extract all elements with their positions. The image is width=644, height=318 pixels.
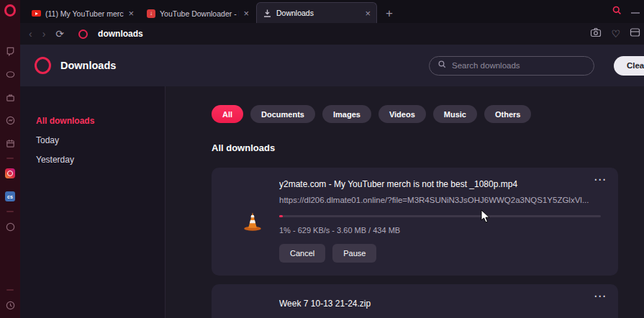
- cancel-button[interactable]: Cancel: [279, 244, 325, 263]
- yt-downloader-icon: ↓: [147, 9, 155, 18]
- search-icon: [437, 59, 447, 72]
- tab-label: YouTube Downloader - Dow: [160, 9, 239, 18]
- rail-separator: [6, 158, 14, 159]
- rail-separator: [6, 289, 14, 291]
- close-icon[interactable]: ×: [243, 9, 249, 18]
- browser-column: (11) My YouTuber merch is × ↓ YouTube Do…: [20, 0, 644, 318]
- more-icon[interactable]: ⋯: [594, 173, 607, 186]
- page-title: Downloads: [60, 60, 116, 71]
- record-icon[interactable]: [4, 221, 16, 232]
- tab-yt-downloader[interactable]: ↓ YouTube Downloader - Dow ×: [141, 4, 255, 23]
- filter-chips: All Documents Images Videos Music Others: [212, 105, 644, 123]
- clear-downloads-button[interactable]: Clear downloads: [614, 56, 644, 76]
- heart-icon[interactable]: ♡: [611, 29, 620, 39]
- search-input[interactable]: [452, 61, 586, 70]
- tab-bar: (11) My YouTuber merch is × ↓ YouTube Do…: [20, 0, 644, 23]
- progress-fill: [279, 215, 283, 217]
- nav-yesterday[interactable]: Yesterday: [36, 150, 165, 169]
- twitch-icon[interactable]: [4, 45, 16, 57]
- filter-all[interactable]: All: [212, 105, 243, 123]
- extensions-icon[interactable]: [630, 27, 640, 40]
- pause-button[interactable]: Pause: [332, 244, 376, 263]
- vlc-cone-icon: [226, 210, 279, 232]
- messenger-icon[interactable]: [4, 114, 16, 126]
- filter-others[interactable]: Others: [484, 105, 531, 123]
- download-title: y2mate.com - My YouTuber merch is not th…: [279, 179, 604, 189]
- tab-youtube[interactable]: (11) My YouTuber merch is ×: [26, 4, 140, 23]
- address-url[interactable]: downloads: [98, 29, 143, 39]
- more-icon[interactable]: ⋯: [594, 290, 607, 302]
- gx-sidebar: cs: [0, 0, 20, 318]
- back-icon[interactable]: ‹: [29, 29, 32, 39]
- download-item: ⋯ Week 7 10-13 21-24.zip: [212, 284, 618, 318]
- opera-gx-window: cs (11) My YouTuber merch is × ↓ YouTube…: [0, 0, 644, 318]
- reload-icon[interactable]: ⟳: [55, 29, 64, 39]
- downloads-nav: All downloads Today Yesterday: [20, 86, 165, 318]
- forward-icon[interactable]: ›: [42, 29, 46, 39]
- calendar-icon[interactable]: [4, 137, 16, 149]
- new-tab-button[interactable]: +: [386, 7, 393, 19]
- address-bar-actions: ♡: [590, 27, 635, 40]
- search-box[interactable]: [429, 56, 594, 76]
- nav-all-downloads[interactable]: All downloads: [36, 111, 165, 130]
- opera-site-icon: [78, 29, 88, 39]
- download-title: Week 7 10-13 21-24.zip: [279, 299, 604, 309]
- filter-videos[interactable]: Videos: [378, 105, 426, 123]
- rail-separator: [6, 211, 14, 212]
- progress-bar: [279, 215, 601, 217]
- mouse-cursor: [481, 209, 491, 227]
- filter-documents[interactable]: Documents: [250, 105, 315, 123]
- filter-images[interactable]: Images: [322, 105, 371, 123]
- close-icon[interactable]: ×: [128, 9, 134, 18]
- history-clock-icon[interactable]: [4, 299, 16, 311]
- filter-music[interactable]: Music: [433, 105, 477, 123]
- download-status: 1% - 629 KB/s - 3.60 MB / 434 MB: [279, 226, 604, 235]
- tab-menu-icon[interactable]: [631, 9, 640, 14]
- opera-logo-icon[interactable]: [4, 4, 16, 17]
- opera-logo: [35, 57, 51, 74]
- snapshot-camera-icon[interactable]: [590, 27, 602, 40]
- downloads-header: Downloads Clear downloads: [20, 45, 644, 86]
- downloads-main: All Documents Images Videos Music Others…: [165, 86, 644, 318]
- downloads-page: Downloads Clear downloads All downloads …: [20, 45, 644, 318]
- counter-strike-icon[interactable]: cs: [4, 191, 16, 202]
- youtube-icon: [32, 10, 41, 17]
- downloads-body: All downloads Today Yesterday All Docume…: [20, 86, 644, 318]
- discord-icon[interactable]: [4, 68, 16, 80]
- tab-downloads[interactable]: Downloads ×: [256, 2, 377, 23]
- download-url: https://dl206.dlmate01.online/?file=M3R4…: [279, 196, 604, 204]
- briefcase-icon[interactable]: [4, 91, 16, 103]
- search-tabs-icon[interactable]: [612, 5, 622, 19]
- instagram-icon[interactable]: [4, 168, 16, 179]
- tab-label: Downloads: [276, 9, 360, 17]
- section-title: All downloads: [212, 142, 644, 153]
- nav-today[interactable]: Today: [36, 130, 165, 150]
- download-item: ⋯ y2mate.com - M: [212, 168, 618, 276]
- close-icon[interactable]: ×: [365, 9, 371, 18]
- address-bar: ‹ › ⟳ downloads ♡: [20, 23, 644, 45]
- tab-label: (11) My YouTuber merch is: [45, 9, 124, 18]
- download-icon: [263, 9, 272, 18]
- download-actions: Cancel Pause: [279, 244, 604, 263]
